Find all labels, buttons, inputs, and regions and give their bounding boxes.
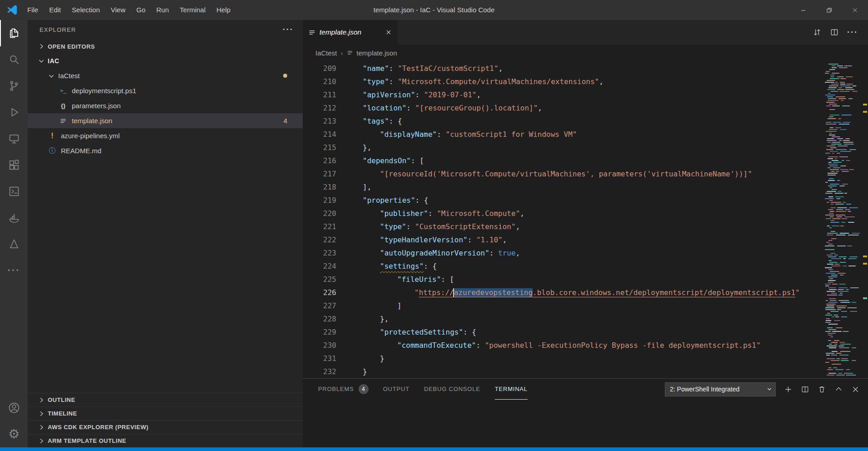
activitybar-explorer[interactable] (0, 20, 28, 46)
vscode-window: File Edit Selection View Go Run Terminal… (0, 0, 868, 451)
activitybar-docker[interactable] (0, 205, 28, 231)
section-outline[interactable]: OUTLINE (28, 393, 303, 406)
tab-close-icon[interactable] (385, 29, 392, 35)
activitybar-extensions[interactable] (0, 152, 28, 178)
menu-selection[interactable]: Selection (66, 0, 105, 20)
file-label: deploymentscript.ps1 (72, 87, 136, 95)
minimap-container[interactable] (823, 61, 862, 378)
minimap (823, 61, 862, 378)
code-line[interactable]: 209"name": "TestIaC/customScript1", (303, 62, 823, 75)
chevron-right-icon (38, 437, 45, 445)
section-label: AWS CDK EXPLORER (PREVIEW) (48, 424, 149, 431)
chevron-down-icon (38, 57, 45, 65)
close-panel-icon[interactable] (851, 385, 860, 394)
activitybar-search[interactable] (0, 46, 28, 73)
code-line[interactable]: 231} (303, 352, 823, 365)
yaml-file-icon: ! (48, 132, 57, 140)
tree-item-iactest-folder[interactable]: IaCtest (28, 68, 303, 83)
activitybar-run-debug[interactable] (0, 99, 28, 125)
section-workspace-iac[interactable]: IAC (28, 54, 303, 68)
split-editor-icon[interactable] (830, 28, 839, 37)
code-line[interactable]: 220"publisher": "Microsoft.Compute", (303, 207, 823, 220)
code-line[interactable]: 210"type": "Microsoft.Compute/virtualMac… (303, 75, 823, 88)
code-line[interactable]: 229"protectedSettings": { (303, 326, 823, 339)
ruler-marker (863, 104, 867, 105)
panel-tab-label: TERMINAL (495, 386, 528, 392)
code-line[interactable]: 223"autoUpgradeMinorVersion": true, (303, 246, 823, 260)
tree-item-parameters[interactable]: {} parameters.json (28, 98, 303, 113)
menu-edit[interactable]: Edit (44, 0, 66, 20)
split-terminal-icon[interactable] (801, 385, 809, 394)
code-line[interactable]: 218], (303, 180, 823, 194)
editor-actions: ··· (813, 20, 868, 45)
tree-item-readme[interactable]: ⓘ README.md (28, 143, 303, 158)
code-line[interactable]: 217"[resourceId('Microsoft.Compute/virtu… (303, 167, 823, 180)
overview-ruler (862, 61, 868, 378)
tree-item-azure-pipelines[interactable]: ! azure-pipelines.yml (28, 128, 303, 143)
minimize-button[interactable] (790, 0, 816, 20)
terminal-content[interactable] (303, 400, 868, 447)
menu-run[interactable]: Run (151, 0, 175, 20)
maximize-panel-icon[interactable] (834, 385, 843, 394)
activitybar-settings[interactable]: ⚙ (0, 421, 28, 447)
tab-label: template.json (319, 28, 382, 36)
code-line[interactable]: 211"apiVersion": "2019-07-01", (303, 88, 823, 101)
section-aws-cdk-explorer[interactable]: AWS CDK EXPLORER (PREVIEW) (28, 420, 303, 434)
file-tree: IaCtest >_ deploymentscript.ps1 {} param… (28, 68, 303, 158)
bottom-panel: PROBLEMS 4 OUTPUT DEBUG CONSOLE TERMINAL (303, 378, 868, 447)
code-line[interactable]: 221"type": "CustomScriptExtension", (303, 220, 823, 233)
code-line[interactable]: 212"location": "[resourceGroup().locatio… (303, 101, 823, 115)
extensions-icon (8, 159, 20, 171)
terminal-select[interactable]: 2: PowerShell Integrated (665, 382, 776, 396)
kill-terminal-icon[interactable] (818, 385, 826, 394)
code-line[interactable]: 219"properties": { (303, 194, 823, 207)
new-terminal-icon[interactable] (784, 385, 793, 394)
editor-more-actions-icon[interactable]: ··· (847, 28, 858, 37)
breadcrumb-folder[interactable]: IaCtest (315, 49, 337, 57)
tree-item-template[interactable]: template.json 4 (28, 113, 303, 128)
panel-tab-terminal[interactable]: TERMINAL (495, 379, 528, 400)
menu-file[interactable]: File (22, 0, 44, 20)
activitybar-source-control[interactable] (0, 73, 28, 99)
code-line[interactable]: 224"settings": { (303, 260, 823, 273)
breadcrumb-separator: › (341, 49, 343, 57)
code-line[interactable]: 230"commandToExecute": "powershell -Exec… (303, 339, 823, 352)
code-editor[interactable]: 209"name": "TestIaC/customScript1",210"t… (303, 61, 823, 378)
section-arm-template-outline[interactable]: ARM TEMPLATE OUTLINE (28, 434, 303, 447)
code-line[interactable]: 213"tags": { (303, 115, 823, 128)
breadcrumb-file[interactable]: template.json (357, 49, 397, 57)
activitybar-azure-pipelines[interactable] (0, 231, 28, 257)
activitybar-remote-explorer[interactable] (0, 125, 28, 152)
menu-help[interactable]: Help (211, 0, 236, 20)
code-line[interactable]: 216"dependsOn": [ (303, 154, 823, 167)
tab-template-json[interactable]: template.json (303, 20, 397, 45)
panel-tab-debug-console[interactable]: DEBUG CONSOLE (424, 379, 480, 400)
activitybar-terminal[interactable] (0, 178, 28, 205)
code-line[interactable]: 228}, (303, 312, 823, 326)
close-button[interactable] (842, 0, 868, 20)
explorer-actions-icon[interactable]: ··· (283, 25, 294, 35)
code-line[interactable]: 226"https://azuredevopstesting.blob.core… (303, 286, 823, 299)
code-line[interactable]: 222"typeHandlerVersion": "1.10", (303, 233, 823, 246)
menu-terminal[interactable]: Terminal (175, 0, 211, 20)
panel-tab-problems[interactable]: PROBLEMS 4 (318, 379, 369, 400)
sidebar-title: EXPLORER (40, 26, 283, 33)
code-line[interactable]: 214"displayName": "customScript1 for Win… (303, 128, 823, 141)
section-timeline[interactable]: TIMELINE (28, 406, 303, 420)
activitybar-account[interactable] (0, 395, 28, 421)
account-icon (8, 401, 20, 414)
activitybar-more[interactable]: ··· (0, 257, 28, 284)
tree-item-deploymentscript[interactable]: >_ deploymentscript.ps1 (28, 83, 303, 98)
section-open-editors[interactable]: OPEN EDITORS (28, 39, 303, 54)
code-line[interactable]: 227] (303, 299, 823, 312)
open-changes-icon[interactable] (813, 28, 822, 37)
code-line[interactable]: 232} (303, 365, 823, 378)
folder-label: IaCtest (58, 72, 80, 80)
activity-bar: ··· ⚙ (0, 20, 28, 447)
menu-view[interactable]: View (105, 0, 131, 20)
restore-button[interactable] (816, 0, 842, 20)
panel-tab-output[interactable]: OUTPUT (383, 379, 409, 400)
menu-go[interactable]: Go (131, 0, 151, 20)
code-line[interactable]: 215}, (303, 141, 823, 154)
code-line[interactable]: 225"fileUris": [ (303, 273, 823, 286)
